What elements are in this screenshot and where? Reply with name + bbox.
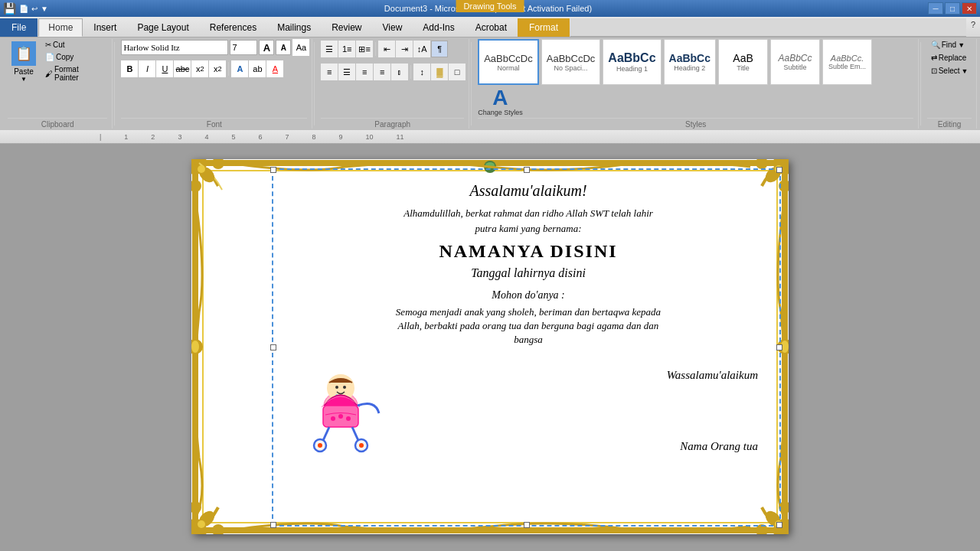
font-color-button[interactable]: A — [266, 60, 283, 77]
tab-acrobat[interactable]: Acrobat — [466, 18, 517, 37]
svg-point-13 — [212, 524, 224, 534]
font-size-input[interactable] — [230, 40, 257, 55]
line-spacing-button[interactable]: ↕ — [413, 64, 430, 80]
font-name-input[interactable] — [121, 40, 228, 55]
tab-file[interactable]: File — [0, 18, 38, 37]
show-formatting-button[interactable]: ¶ — [431, 41, 448, 57]
prayer1-text: Semoga menjadi anak yang sholeh, beriman… — [299, 306, 758, 318]
increase-font-button[interactable]: A — [259, 40, 274, 55]
find-button[interactable]: 🔍 Find ▼ — [927, 39, 969, 51]
style-no-spacing[interactable]: AaBbCcDc No Spaci... — [541, 39, 601, 85]
paste-button[interactable]: 📋 Paste ▼ — [8, 39, 40, 85]
align-right-button[interactable]: ≡ — [356, 64, 373, 80]
style-title[interactable]: AaB Title — [718, 39, 768, 85]
title-bar: 💾 📄 ↩ ▼ Drawing Tools Document3 - Micros… — [0, 0, 980, 17]
editing-group: 🔍 Find ▼ ⇄ Replace ⊡ Select ▼ Editing — [923, 39, 977, 129]
tab-home[interactable]: Home — [38, 18, 83, 37]
shading-button[interactable]: ▓ — [431, 64, 448, 80]
svg-point-41 — [338, 414, 343, 419]
copy-icon: 📄 — [45, 53, 54, 61]
greeting-text: Assalamu'alaikum! — [299, 182, 758, 200]
baby-image — [299, 354, 398, 453]
decrease-indent-button[interactable]: ⇤ — [378, 41, 395, 57]
close-button[interactable]: ✕ — [962, 2, 977, 15]
multilevel-button[interactable]: ⊞≡ — [356, 41, 373, 57]
superscript-button[interactable]: x2 — [209, 60, 226, 77]
change-styles-button[interactable]: A Change Styles — [478, 87, 523, 116]
svg-point-30 — [335, 386, 338, 389]
replace-icon: ⇄ — [931, 54, 937, 62]
tab-review[interactable]: Review — [322, 18, 371, 37]
ruler: | 1 2 3 4 5 6 7 8 9 10 11 — [0, 130, 980, 144]
tab-addins[interactable]: Add-Ins — [413, 18, 464, 37]
style-subtle-em[interactable]: AaBbCc. Subtle Em... — [822, 39, 872, 85]
select-icon: ⊡ — [931, 67, 937, 75]
select-button[interactable]: ⊡ Select ▼ — [927, 65, 972, 77]
strikethrough-button[interactable]: abc — [174, 60, 191, 77]
sort-button[interactable]: ↕A — [413, 41, 430, 57]
svg-point-38 — [318, 443, 322, 448]
svg-point-21 — [775, 520, 782, 528]
tab-page-layout[interactable]: Page Layout — [127, 18, 198, 37]
underline-button[interactable]: U — [156, 60, 173, 77]
style-subtitle[interactable]: AaBbCc Subtitle — [770, 39, 820, 85]
paragraph-group: ☰ 1≡ ⊞≡ ⇤ ⇥ ↕A ¶ ≡ ☰ ≡ ≡ ⫾ ↕ ▓ □ Paragra — [316, 39, 469, 129]
clipboard-label: Clipboard — [8, 118, 107, 129]
help-button[interactable]: ? — [966, 18, 980, 37]
bold-button[interactable]: B — [121, 60, 138, 77]
style-heading1[interactable]: AaBbCc Heading 1 — [603, 39, 661, 85]
copy-button[interactable]: 📄 Copy — [41, 51, 107, 63]
svg-point-20 — [763, 508, 784, 530]
numbering-button[interactable]: 1≡ — [338, 41, 355, 57]
svg-point-5 — [196, 164, 217, 185]
tab-format[interactable]: Format — [518, 18, 570, 37]
style-normal[interactable]: AaBbCcDc Normal — [478, 39, 539, 85]
replace-button[interactable]: ⇄ Replace — [927, 52, 971, 64]
wassalam-text: Wassalamu'alaikum — [406, 369, 758, 382]
tab-references[interactable]: References — [200, 18, 266, 37]
cut-button[interactable]: ✂ Cut — [41, 39, 107, 51]
paragraph-label: Paragraph — [321, 118, 464, 129]
italic-button[interactable]: I — [139, 60, 155, 77]
style-heading2[interactable]: AaBbCc Heading 2 — [664, 39, 716, 85]
font-group: A A Aa B I U abc x2 x2 A ab A Font — [116, 39, 312, 129]
format-painter-icon: 🖌 — [45, 70, 53, 78]
columns-button[interactable]: ⫾ — [391, 64, 408, 80]
decrease-font-button[interactable]: A — [276, 40, 291, 55]
document-area[interactable]: Assalamu'alaikum! Alhamdulillah, berkat … — [0, 144, 980, 551]
svg-point-15 — [196, 508, 217, 530]
svg-point-24 — [191, 339, 203, 354]
svg-point-31 — [343, 386, 346, 389]
editing-label: Editing — [927, 118, 972, 129]
justify-button[interactable]: ≡ — [374, 64, 390, 80]
minimize-button[interactable]: ─ — [928, 2, 943, 15]
format-painter-button[interactable]: 🖌 Format Painter — [41, 64, 107, 83]
tab-mailings[interactable]: Mailings — [267, 18, 321, 37]
svg-point-6 — [198, 165, 205, 173]
maximize-button[interactable]: □ — [945, 2, 960, 15]
borders-button[interactable]: □ — [449, 64, 466, 80]
tab-view[interactable]: View — [373, 18, 413, 37]
svg-point-2 — [191, 159, 207, 174]
bullets-button[interactable]: ☰ — [321, 41, 338, 57]
date-text: Tanggal lahirnya disini — [299, 266, 758, 280]
svg-point-42 — [346, 416, 351, 421]
increase-indent-button[interactable]: ⇥ — [396, 41, 413, 57]
drawing-tools-label: Drawing Tools — [456, 0, 524, 12]
clear-format-button[interactable]: Aa — [292, 39, 309, 56]
svg-point-39 — [359, 443, 364, 448]
align-center-button[interactable]: ☰ — [338, 64, 355, 80]
styles-group: AaBbCcDc Normal AaBbCcDc No Spaci... AaB… — [473, 39, 919, 129]
subscript-button[interactable]: x2 — [191, 60, 208, 77]
svg-point-18 — [756, 524, 768, 534]
ribbon-tabs: File Home Insert Page Layout References … — [0, 17, 980, 37]
text-effects-button[interactable]: A — [231, 60, 248, 77]
svg-point-14 — [191, 501, 201, 514]
align-left-button[interactable]: ≡ — [321, 64, 338, 80]
tab-insert[interactable]: Insert — [83, 18, 126, 37]
svg-point-19 — [779, 501, 789, 514]
svg-point-3 — [212, 159, 224, 169]
find-icon: 🔍 — [931, 41, 940, 49]
svg-point-27 — [781, 341, 789, 353]
text-highlight-button[interactable]: ab — [249, 60, 266, 77]
